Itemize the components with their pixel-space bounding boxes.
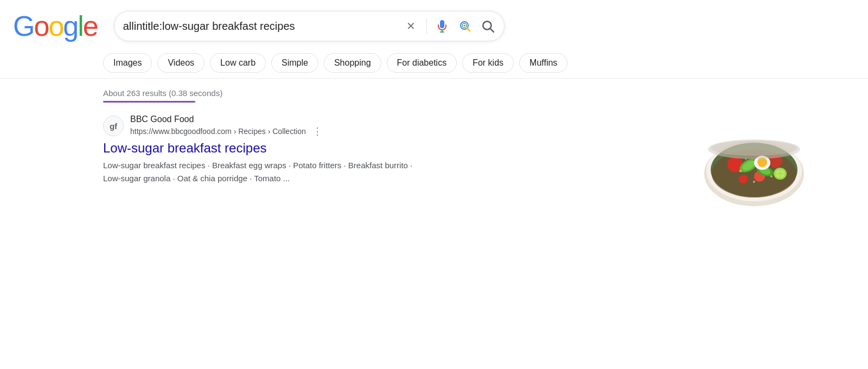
result-main: gf BBC Good Food https://www.bbcgoodfood…: [103, 114, 689, 185]
logo-l: l: [78, 10, 83, 42]
site-row: gf BBC Good Food https://www.bbcgoodfood…: [103, 114, 689, 137]
site-url: https://www.bbcgoodfood.com › Recipes › …: [130, 127, 306, 136]
logo-g: G: [13, 10, 34, 42]
chip-videos[interactable]: Videos: [157, 53, 205, 73]
svg-point-24: [753, 181, 755, 183]
lens-icon[interactable]: [457, 18, 473, 34]
snippet-line-2: Low-sugar granola · Oat & chia porridge …: [103, 174, 290, 183]
result-title[interactable]: Low-sugar breakfast recipes: [103, 141, 689, 156]
logo-e: e: [83, 10, 98, 42]
microphone-icon[interactable]: [435, 18, 450, 34]
svg-line-5: [467, 28, 470, 31]
chip-for-kids[interactable]: For kids: [462, 53, 514, 73]
svg-point-23: [770, 175, 773, 177]
clear-icon[interactable]: [404, 18, 419, 34]
svg-point-15: [739, 175, 748, 183]
search-bar-wrapper: allintitle:low-sugar breakfast recipes: [114, 11, 505, 41]
svg-point-31: [711, 141, 797, 156]
logo-g2: g: [63, 10, 78, 42]
search-input[interactable]: allintitle:low-sugar breakfast recipes: [123, 20, 399, 33]
site-name: BBC Good Food: [130, 114, 324, 124]
result-thumbnail[interactable]: [700, 117, 808, 209]
results-area: About 263 results (0.38 seconds) gf BBC …: [0, 79, 868, 219]
result-entry: gf BBC Good Food https://www.bbcgoodfood…: [103, 114, 808, 209]
logo-o2: o: [48, 10, 63, 42]
chip-muffins[interactable]: Muffins: [519, 53, 567, 73]
chip-for-diabetics[interactable]: For diabetics: [387, 53, 457, 73]
results-count: About 263 results (0.38 seconds): [103, 88, 855, 98]
google-logo[interactable]: Google: [13, 10, 98, 42]
logo-o1: o: [34, 10, 48, 42]
site-info: BBC Good Food https://www.bbcgoodfood.co…: [130, 114, 324, 137]
chip-simple[interactable]: Simple: [271, 53, 318, 73]
site-favicon: gf: [103, 116, 124, 136]
chip-images[interactable]: Images: [103, 53, 152, 73]
search-submit-icon[interactable]: [480, 18, 495, 34]
site-url-row: https://www.bbcgoodfood.com › Recipes › …: [130, 125, 324, 137]
search-bar: allintitle:low-sugar breakfast recipes: [114, 11, 505, 41]
svg-point-22: [739, 170, 742, 173]
svg-point-4: [463, 25, 465, 27]
more-options-icon[interactable]: ⋮: [310, 125, 324, 137]
svg-line-7: [490, 29, 494, 32]
filter-row: Images Videos Low carb Simple Shopping F…: [0, 48, 868, 79]
header: Google allintitle:low-sugar breakfast re…: [0, 0, 868, 48]
result-snippets: Low-sugar breakfast recipes · Breakfast …: [103, 159, 548, 185]
chip-shopping[interactable]: Shopping: [324, 53, 381, 73]
results-underline: [103, 101, 195, 103]
search-icons: [404, 18, 495, 34]
snippet-line-1: Low-sugar breakfast recipes · Breakfast …: [103, 161, 412, 170]
divider: [426, 18, 427, 34]
chip-low-carb[interactable]: Low carb: [210, 53, 266, 73]
